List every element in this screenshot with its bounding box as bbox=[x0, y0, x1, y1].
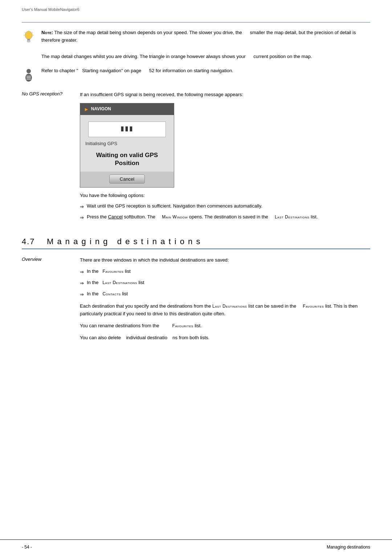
top-rule bbox=[22, 22, 370, 22]
person-icon bbox=[22, 67, 36, 85]
overview-bullet-1: ⇒ bbox=[80, 268, 84, 276]
overview-section: Overview There are three windows in whic… bbox=[22, 257, 370, 341]
header-text: User's Manual MobileNavigator6 bbox=[22, 7, 79, 12]
navigon-titlebar: ► NAVIGON bbox=[80, 103, 174, 115]
overview-item-3-text: In the Contacts list bbox=[87, 290, 128, 298]
section-title-text: M a n a g i n g d e s t i n a t i o n s bbox=[47, 237, 201, 246]
ref-block: Refer to chapter " Starting navigation" … bbox=[22, 67, 370, 85]
navigon-body: ▮▮▮ Initialising GPS Waiting on valid GP… bbox=[80, 115, 174, 172]
overview-item-1: ⇒ In the Favourites list bbox=[80, 268, 370, 276]
overview-content: There are three windows in which the ind… bbox=[80, 257, 370, 341]
overview-list: ⇒ In the Favourites list ⇒ In the Last D… bbox=[80, 268, 370, 298]
main-content: Note: The size of the map detail being s… bbox=[0, 15, 392, 377]
svg-line-7 bbox=[25, 32, 25, 33]
overview-bullet-2: ⇒ bbox=[80, 280, 84, 287]
overview-para1: Each destination that you specify and th… bbox=[80, 303, 370, 318]
footer-page-number: - 54 - bbox=[22, 545, 32, 550]
cancel-btn-row: Cancel bbox=[80, 172, 174, 187]
svg-line-8 bbox=[32, 32, 33, 33]
note-label: Note: bbox=[41, 30, 53, 35]
section-47-title: 4.7 M a n a g i n g d e s t i n a t i o … bbox=[22, 237, 370, 246]
bullet-arrow-1: ⇒ bbox=[80, 203, 84, 211]
no-gps-section: No GPS reception? If an insufficient GPS… bbox=[22, 91, 370, 226]
favourites-rename-ref: Favourites bbox=[172, 323, 193, 328]
main-window-ref: Main Window bbox=[162, 214, 188, 219]
gps-intro-text: If an insufficient GPS signal is being r… bbox=[80, 91, 370, 99]
options-intro: You have the following options: bbox=[80, 192, 370, 200]
svg-rect-5 bbox=[27, 40, 30, 42]
no-gps-label: No GPS reception? bbox=[22, 91, 80, 97]
bullet-arrow-2: ⇒ bbox=[80, 214, 84, 222]
overview-item-2-text: In the Last Destinations list bbox=[87, 279, 144, 287]
overview-item-1-text: In the Favourites list bbox=[87, 268, 131, 275]
overview-item-2: ⇒ In the Last Destinations list bbox=[80, 279, 370, 287]
last-destinations-ref: Last Destinations bbox=[275, 214, 309, 219]
waiting-text: Waiting on valid GPS Position bbox=[84, 151, 170, 168]
navigon-arrow-icon: ► bbox=[84, 105, 89, 113]
cancel-button[interactable]: Cancel bbox=[109, 175, 145, 184]
page: User's Manual MobileNavigator6 bbox=[0, 0, 392, 554]
cancel-softbutton-ref: Cancel bbox=[108, 214, 123, 219]
favourites-list-ref-1: Favourites bbox=[102, 269, 123, 274]
ref-text: Refer to chapter " Starting navigation" … bbox=[41, 67, 370, 75]
initialising-text: Initialising GPS bbox=[84, 140, 162, 148]
lightbulb-icon bbox=[22, 29, 36, 46]
page-footer: - 54 - Managing destinations bbox=[0, 539, 392, 554]
contacts-list-ref: Contacts bbox=[102, 291, 121, 296]
svg-point-0 bbox=[25, 31, 32, 39]
gps-bar-container: ▮▮▮ bbox=[88, 122, 166, 137]
gps-options-list: ⇒ Wait until the GPS reception is suffic… bbox=[80, 202, 370, 222]
gps-option-1: ⇒ Wait until the GPS reception is suffic… bbox=[80, 202, 370, 211]
note-text: Note: The size of the map detail being s… bbox=[41, 29, 370, 44]
overview-intro: There are three windows in which the ind… bbox=[80, 257, 370, 264]
overview-para2: You can rename destinations from the Fav… bbox=[80, 322, 370, 330]
navigon-dialog: ► NAVIGON ▮▮▮ Initialising GPS Waiting o… bbox=[80, 103, 174, 188]
overview-bullet-3: ⇒ bbox=[80, 291, 84, 299]
paragraph-map-detail: The map detail changes whilst you are dr… bbox=[41, 53, 370, 61]
last-dest-inline: Last Destinations bbox=[212, 304, 247, 309]
gps-bars-icon: ▮▮▮ bbox=[121, 123, 134, 134]
note-content: The size of the map detail being shown d… bbox=[41, 30, 356, 43]
page-header: User's Manual MobileNavigator6 bbox=[0, 0, 392, 15]
note-block: Note: The size of the map detail being s… bbox=[22, 29, 370, 46]
favourites-inline: Favourites bbox=[303, 304, 324, 309]
overview-label: Overview bbox=[22, 257, 80, 262]
gps-option-2-text: Press the Cancel softbutton. The Main Wi… bbox=[87, 213, 318, 221]
ref-text-content: Refer to chapter " Starting navigation" … bbox=[41, 68, 233, 73]
gps-option-1-text: Wait until the GPS reception is sufficie… bbox=[87, 202, 262, 210]
navigon-title: NAVIGON bbox=[91, 106, 111, 112]
section-47-heading: 4.7 M a n a g i n g d e s t i n a t i o … bbox=[22, 237, 370, 249]
svg-point-11 bbox=[26, 69, 31, 73]
no-gps-content: If an insufficient GPS signal is being r… bbox=[80, 91, 370, 226]
overview-para3: You can also delete individual destinati… bbox=[80, 334, 370, 342]
overview-item-3: ⇒ In the Contacts list bbox=[80, 290, 370, 299]
section-number: 4.7 bbox=[22, 237, 35, 246]
last-destinations-list-ref: Last Destinations bbox=[102, 280, 137, 285]
footer-section-title: Managing destinations bbox=[327, 545, 370, 550]
paragraph-map-detail-text: The map detail changes whilst you are dr… bbox=[41, 54, 312, 59]
gps-option-2: ⇒ Press the Cancel softbutton. The Main … bbox=[80, 213, 370, 222]
